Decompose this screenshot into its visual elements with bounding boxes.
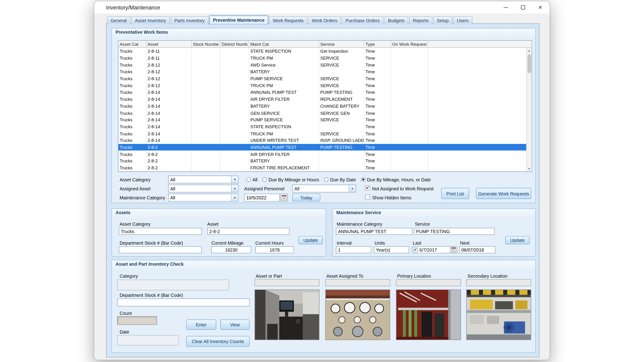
enter-button[interactable]: Enter: [186, 320, 216, 330]
table-row[interactable]: Trucks2-8-12PUMP SERVICESERVICETime: [118, 75, 526, 82]
ms-service-field[interactable]: PUMP TESTING: [414, 228, 494, 235]
asset-or-part-field[interactable]: [254, 279, 320, 286]
tab-preventive-maintenance[interactable]: Preventive Maintenance: [209, 16, 268, 24]
interval-field[interactable]: 1: [336, 246, 371, 253]
maximize-button[interactable]: [514, 1, 532, 14]
tab-general[interactable]: General: [107, 16, 130, 24]
radio-button-icon[interactable]: [246, 177, 251, 182]
scroll-down-arrow[interactable]: ▼: [526, 166, 532, 172]
table-row[interactable]: Trucks2-8-14TRUCK PMSERVICETime: [118, 130, 526, 137]
column-header[interactable]: Stock Numbe: [192, 41, 220, 47]
assets-asset-field[interactable]: 2-8-2: [207, 228, 290, 235]
table-row[interactable]: Trucks2-8-14GEN.SERVICESERVICE GENTime: [118, 110, 526, 116]
tab-reports[interactable]: Reports: [409, 16, 432, 24]
tab-purchase-orders[interactable]: Purchase Orders: [342, 16, 384, 24]
title-bar[interactable]: Inventory/Maintenance ×: [94, 1, 550, 14]
maintenance-category-filter-combo[interactable]: All ▼: [168, 194, 238, 202]
table-cell: 2-8-2: [146, 158, 192, 164]
generate-work-requests-button[interactable]: Generate Work Requests: [476, 188, 531, 199]
table-row[interactable]: Trucks2-8-14BATTERYCHANGE BATTERYTime: [118, 102, 526, 110]
next-date-field[interactable]: 06/07/2018: [459, 246, 496, 253]
table-row[interactable]: Trucks2-8-12TRUCK PMSERVICETime: [118, 82, 526, 89]
table-row[interactable]: Trucks2-8-11TRUCK PMSERVICETime: [118, 54, 526, 62]
tab-parts-inventory[interactable]: Parts Inventory: [171, 16, 208, 24]
asset-category-filter-combo[interactable]: All ▼: [168, 176, 238, 184]
tab-asset-inventory[interactable]: Asset Inventory: [131, 16, 170, 24]
today-button[interactable]: Today: [292, 194, 320, 202]
asset-assigned-to-field[interactable]: [325, 279, 390, 286]
column-header[interactable]: Maint Cat: [249, 41, 319, 47]
tab-users[interactable]: Users: [453, 16, 472, 24]
print-list-button[interactable]: Print List: [441, 188, 469, 199]
assets-dept-stock-field[interactable]: [119, 246, 202, 253]
last-date-calendar-button[interactable]: 15: [450, 247, 457, 253]
table-row[interactable]: Trucks2-8-14AIR DRYER FILTERREPLACEMENTT…: [118, 96, 526, 102]
radio-button-icon[interactable]: [262, 177, 267, 182]
assigned-personnel-combo[interactable]: All ▼: [292, 184, 356, 192]
scroll-up-arrow[interactable]: ▲: [526, 48, 532, 53]
tab-budgets[interactable]: Budgets: [384, 16, 408, 24]
last-date-checkbox[interactable]: [413, 248, 418, 252]
dropdown-arrow-icon[interactable]: ▼: [231, 194, 238, 201]
column-header[interactable]: Service: [319, 41, 364, 47]
clear-all-inventory-counts-button[interactable]: Clear All Inventory Counts: [186, 336, 250, 346]
tab-setup[interactable]: Setup: [433, 16, 452, 24]
count-field[interactable]: [117, 316, 157, 325]
dropdown-arrow-icon[interactable]: ▼: [231, 176, 238, 183]
show-hidden-items-checkbox[interactable]: [365, 194, 370, 199]
table-row[interactable]: Trucks2-8-2ANNUNAL PUMP TESTPUMP TESTING…: [118, 144, 526, 150]
tab-work-orders[interactable]: Work Orders: [308, 16, 341, 24]
table-row[interactable]: Trucks2-8-14STATE INSPECTIONTime: [118, 123, 526, 130]
table-row[interactable]: Trucks2-8-14ANNUNAL PUMP TESTPUMP TESTIN…: [118, 89, 526, 96]
assets-update-button[interactable]: Update: [298, 236, 323, 244]
ms-maintenance-category-value: ANNUNAL PUMP TEST: [338, 229, 386, 234]
column-header[interactable]: District Numb: [220, 41, 249, 47]
close-button[interactable]: ×: [532, 1, 549, 14]
table-cell: [192, 54, 220, 62]
primary-location-field[interactable]: [396, 279, 461, 286]
category-field[interactable]: [117, 280, 229, 290]
table-row[interactable]: Trucks2-8-2AIR DRYER FILTERTime: [118, 150, 526, 158]
dropdown-arrow-icon[interactable]: ▼: [348, 185, 356, 192]
dropdown-arrow-icon[interactable]: ▼: [231, 185, 238, 192]
table-row[interactable]: Trucks2-8-14UNDER WRITERS TESTINSP. GROU…: [118, 137, 526, 144]
column-header[interactable]: Asset Cat: [118, 41, 146, 47]
table-row[interactable]: Trucks2-8-14PUMP SERVICESERVICETime: [118, 116, 526, 123]
inventory-dept-stock-field[interactable]: [117, 298, 250, 306]
view-button[interactable]: View: [220, 320, 250, 330]
primary-location-column: Primary Location: [396, 260, 461, 353]
not-assigned-checkbox[interactable]: [365, 186, 370, 190]
radio-button-icon[interactable]: [324, 177, 329, 182]
inventory-date-field[interactable]: [117, 335, 178, 346]
scroll-thumb[interactable]: [527, 54, 531, 73]
units-field[interactable]: Year(s): [374, 246, 409, 253]
column-header[interactable]: On Work Request: [391, 41, 428, 47]
due-date-calendar-button[interactable]: 15: [280, 194, 288, 202]
column-header[interactable]: Asset: [146, 41, 192, 47]
radio-option-due-by-mileage-or-hours[interactable]: Due By Mileage or Hours: [262, 177, 319, 182]
table-row[interactable]: Trucks2-8-124WD ServiceSERVICETime: [118, 62, 526, 68]
secondary-location-field[interactable]: [466, 279, 531, 286]
radio-option-due-by-date[interactable]: Due By Date: [324, 177, 356, 182]
maintenance-service-update-button[interactable]: Update: [506, 236, 530, 244]
table-row[interactable]: Trucks2-8-2BATTERYTime: [118, 158, 526, 164]
table-cell-filler: [428, 144, 526, 150]
table-row[interactable]: Trucks2-8-2FRONT TIRE REPLACEMENTTime: [118, 164, 526, 171]
assets-asset-category-field[interactable]: Trucks: [119, 228, 202, 235]
assets-group-title: Assets: [116, 210, 130, 215]
radio-button-icon[interactable]: [361, 177, 366, 182]
current-hours-field[interactable]: 1678: [255, 246, 294, 253]
tab-work-requests[interactable]: Work Requests: [269, 16, 308, 24]
column-header[interactable]: Type: [364, 41, 391, 47]
assigned-asset-filter-combo[interactable]: All ▼: [168, 184, 238, 192]
minimize-button[interactable]: [497, 1, 514, 14]
table-row[interactable]: Trucks2-8-12BATTERYTime: [118, 68, 526, 75]
current-mileage-field[interactable]: 18230: [211, 246, 251, 253]
table-row[interactable]: Trucks2-8-11STATE INSPECTIONGet Inspecti…: [118, 48, 526, 54]
due-date-field[interactable]: 10/5/2022: [244, 194, 280, 202]
ms-maintenance-category-field[interactable]: ANNUNAL PUMP TEST: [336, 228, 412, 235]
radio-option-all[interactable]: All: [246, 177, 257, 182]
radio-option-due-by-mileage-hours-or-date[interactable]: Due By Mileage, Hours, or Date: [361, 177, 431, 182]
vertical-scrollbar[interactable]: ▲ ▼: [526, 48, 532, 172]
last-date-field[interactable]: 6/7/2017 15: [412, 246, 457, 253]
